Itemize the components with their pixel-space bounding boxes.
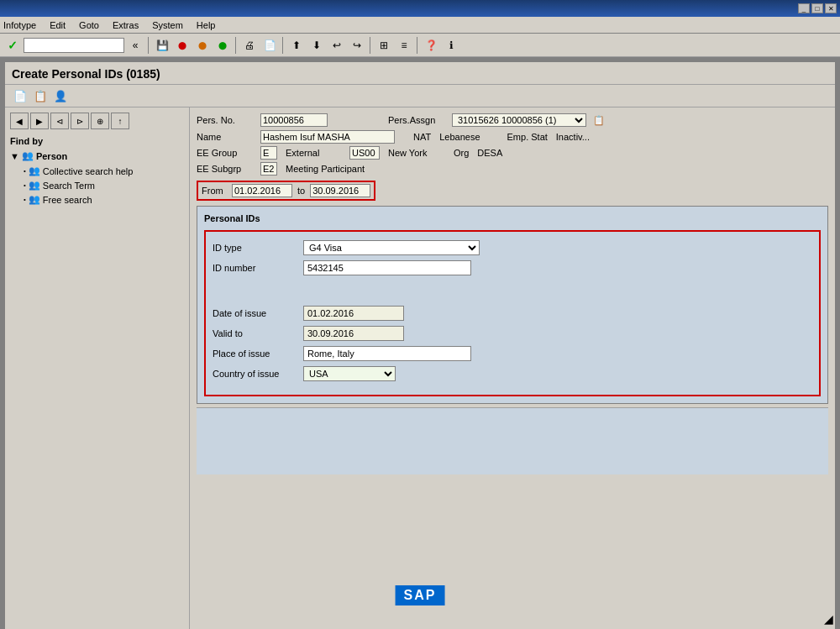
country-issue-select[interactable]: USA bbox=[303, 366, 396, 381]
name-label: Name bbox=[197, 132, 255, 142]
shortcut1[interactable]: ⬤ bbox=[173, 36, 192, 55]
pers-no-label: Pers. No. bbox=[197, 115, 255, 125]
ee-subgrp-code-input[interactable] bbox=[260, 162, 277, 176]
toolbar: ✓ « 💾 ⬤ ⬤ ⬤ 🖨 📄 ⬆ ⬇ ↩ ↪ ⊞ ≡ ❓ ℹ bbox=[0, 34, 840, 57]
nav-toolbar: ◀ ▶ ⊲ ⊳ ⊕ ↑ bbox=[8, 111, 186, 131]
pers-assgn-select[interactable]: 31015626 10000856 (1) bbox=[452, 113, 586, 127]
corner-resize-icon[interactable]: ◢ bbox=[824, 612, 833, 626]
print2-button[interactable]: 📄 bbox=[260, 36, 279, 55]
nav-expand-button[interactable]: ⊕ bbox=[91, 113, 109, 129]
ee-group-value: External bbox=[286, 148, 344, 158]
command-input[interactable] bbox=[24, 38, 124, 53]
main-container: Create Personal IDs (0185) 📄 📋 👤 ◀ ▶ ⊲ ⊳… bbox=[3, 60, 837, 629]
emp-stat-label: Emp. Stat bbox=[507, 132, 548, 142]
nav-prev-button[interactable]: ◀ bbox=[10, 113, 29, 129]
pers-no-row: Pers. No. Pers.Assgn 31015626 10000856 (… bbox=[197, 113, 828, 128]
menu-goto[interactable]: Goto bbox=[79, 20, 99, 30]
page-title: Create Personal IDs (0185) bbox=[5, 62, 835, 85]
date-range-row: From to bbox=[197, 181, 375, 201]
check-button[interactable]: ✓ bbox=[3, 36, 22, 55]
menu-help[interactable]: Help bbox=[197, 20, 216, 30]
menu-edit[interactable]: Edit bbox=[50, 20, 66, 30]
to-date-input[interactable] bbox=[310, 184, 370, 197]
valid-to-row: Valid to bbox=[213, 326, 812, 341]
right-panel: Pers. No. Pers.Assgn 31015626 10000856 (… bbox=[190, 107, 835, 629]
ee-group-city: New York bbox=[388, 148, 447, 158]
left-panel: ◀ ▶ ⊲ ⊳ ⊕ ↑ Find by ▼ 👥 Person • 👥 Colle… bbox=[5, 107, 190, 629]
shortcut2[interactable]: ⬤ bbox=[193, 36, 212, 55]
grid-button[interactable]: ⊞ bbox=[375, 36, 393, 55]
id-number-input[interactable] bbox=[303, 260, 471, 275]
id-type-label: ID type bbox=[213, 243, 297, 253]
nav-right[interactable]: ↪ bbox=[348, 36, 366, 55]
nav-up2-button[interactable]: ↑ bbox=[111, 113, 129, 129]
menu-system[interactable]: System bbox=[152, 20, 183, 30]
print-button[interactable]: 🖨 bbox=[240, 36, 259, 55]
maximize-button[interactable]: □ bbox=[811, 3, 823, 13]
title-bar: _ □ ✕ bbox=[0, 0, 840, 17]
date-issue-input[interactable] bbox=[303, 306, 404, 321]
date-issue-label: Date of issue bbox=[213, 308, 297, 318]
personal-ids-section: Personal IDs ID type G4 Visa ID number bbox=[197, 206, 828, 404]
date-range-container: From to bbox=[197, 179, 828, 201]
tree-root-person[interactable]: ▼ 👥 Person bbox=[8, 149, 186, 162]
free-search-icon: 👥 bbox=[29, 194, 40, 205]
tree-expand-icon: ▼ bbox=[10, 151, 19, 161]
personal-ids-title: Personal IDs bbox=[204, 213, 821, 223]
nav-first-button[interactable]: ⊲ bbox=[50, 113, 69, 129]
id-number-row: ID number bbox=[213, 260, 812, 275]
nav-next-button[interactable]: ▶ bbox=[30, 113, 49, 129]
ee-subgrp-label: EE Subgrp bbox=[197, 164, 255, 174]
tree-item-collective-search[interactable]: • 👥 Collective search help bbox=[22, 164, 186, 178]
nav-up[interactable]: ⬆ bbox=[287, 36, 306, 55]
copy-icon[interactable]: 📋 bbox=[32, 87, 49, 104]
place-issue-input[interactable] bbox=[303, 346, 471, 361]
nav-last-button[interactable]: ⊳ bbox=[71, 113, 89, 129]
search-term-icon: 👥 bbox=[29, 180, 40, 191]
shortcut3[interactable]: ⬤ bbox=[213, 36, 232, 55]
from-date-input[interactable] bbox=[232, 184, 292, 197]
ee-group-row: EE Group External New York Org DESA bbox=[197, 146, 828, 160]
bullet-icon-3: • bbox=[24, 196, 26, 203]
id-type-select[interactable]: G4 Visa bbox=[303, 240, 480, 255]
to-label: to bbox=[297, 186, 305, 196]
valid-to-input[interactable] bbox=[303, 326, 404, 341]
nav-left[interactable]: ↩ bbox=[328, 36, 346, 55]
person-icon[interactable]: 👤 bbox=[52, 87, 69, 104]
pers-assgn-label: Pers.Assgn bbox=[388, 115, 447, 125]
bullet-icon-2: • bbox=[24, 181, 26, 189]
new-icon[interactable]: 📄 bbox=[12, 87, 29, 104]
free-search-label: Free search bbox=[43, 195, 92, 205]
emp-stat-value: Inactiv... bbox=[556, 132, 590, 142]
id-number-label: ID number bbox=[213, 263, 297, 273]
list-button[interactable]: ≡ bbox=[395, 36, 413, 55]
menu-bar: Infotype Edit Goto Extras System Help bbox=[0, 17, 840, 34]
place-issue-label: Place of issue bbox=[213, 349, 297, 359]
help-button[interactable]: ❓ bbox=[422, 36, 440, 55]
icon-toolbar: 📄 📋 👤 bbox=[5, 85, 835, 107]
tree-root-label: Person bbox=[36, 151, 67, 161]
menu-infotype[interactable]: Infotype bbox=[3, 20, 36, 30]
assgn-icon[interactable]: 📋 bbox=[591, 113, 606, 128]
separator-3 bbox=[282, 37, 284, 54]
save-button[interactable]: 💾 bbox=[153, 36, 171, 55]
bullet-icon: • bbox=[24, 167, 26, 175]
id-type-row: ID type G4 Visa bbox=[213, 240, 812, 255]
ee-group-code2-input[interactable] bbox=[349, 146, 380, 160]
separator-4 bbox=[370, 37, 371, 54]
person-group-icon: 👥 bbox=[22, 150, 34, 161]
window-controls[interactable]: _ □ ✕ bbox=[798, 3, 837, 13]
personal-ids-inner: ID type G4 Visa ID number Date o bbox=[204, 230, 821, 396]
pers-no-input[interactable] bbox=[260, 113, 328, 127]
menu-extras[interactable]: Extras bbox=[113, 20, 139, 30]
back-arrow[interactable]: « bbox=[126, 36, 144, 55]
ee-group-code-input[interactable] bbox=[260, 146, 277, 160]
sap-logo: SAP bbox=[396, 585, 445, 605]
nav-down[interactable]: ⬇ bbox=[307, 36, 326, 55]
close-button[interactable]: ✕ bbox=[825, 3, 837, 13]
name-input[interactable] bbox=[260, 130, 395, 144]
minimize-button[interactable]: _ bbox=[798, 3, 810, 13]
tree-item-free-search[interactable]: • 👥 Free search bbox=[22, 192, 186, 207]
tree-item-search-term[interactable]: • 👥 Search Term bbox=[22, 178, 186, 192]
info-button[interactable]: ℹ bbox=[442, 36, 460, 55]
